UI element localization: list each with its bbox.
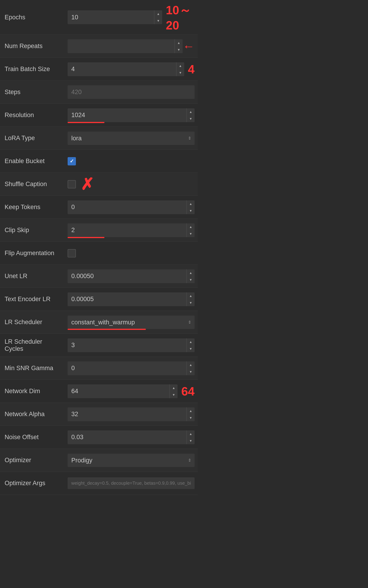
lr-scheduler-row: LR Scheduler constant_with_warmup ⇕ [0,311,198,334]
noise-offset-spinner[interactable]: ▲ ▼ [68,431,194,444]
min-snr-gamma-control: ▲ ▼ [64,359,198,377]
unet-lr-spinner-buttons: ▲ ▼ [186,269,194,283]
epochs-down[interactable]: ▼ [154,17,162,24]
lr-scheduler-underline [68,329,146,330]
resolution-control: ▲ ▼ [64,106,198,124]
resolution-input[interactable] [68,108,186,122]
keep-tokens-up[interactable]: ▲ [187,200,194,207]
lr-scheduler-label: LR Scheduler [0,315,64,330]
lr-scheduler-select[interactable]: constant_with_warmup [68,316,194,329]
shuffle-caption-checkbox[interactable] [68,180,76,188]
lr-scheduler-cycles-up[interactable]: ▲ [187,338,194,345]
train-batch-annotation: 4 [188,62,194,76]
unet-lr-spinner[interactable]: ▲ ▼ [68,269,194,283]
clip-skip-up[interactable]: ▲ [187,223,194,230]
network-alpha-row: Network Alpha ▲ ▼ [0,403,198,426]
train-batch-size-up[interactable]: ▲ [176,62,184,69]
train-batch-size-spinner[interactable]: ▲ ▼ [68,62,184,76]
network-alpha-down[interactable]: ▼ [187,414,194,421]
epochs-control: ▲ ▼ 10～20 [64,0,198,35]
network-alpha-spinner[interactable]: ▲ ▼ [68,407,194,421]
num-repeats-control: ▲ ▼ ← [64,37,198,55]
text-encoder-lr-control: ▲ ▼ [64,290,198,309]
enable-bucket-control: ✓ [64,155,198,168]
noise-offset-down[interactable]: ▼ [187,437,194,444]
train-batch-size-down[interactable]: ▼ [176,69,184,76]
shuffle-caption-label: Shuffle Caption [0,177,64,191]
optimizer-select[interactable]: Prodigy [68,454,194,467]
clip-skip-spinner[interactable]: ▲ ▼ [68,223,194,237]
lr-scheduler-cycles-label: LR Scheduler Cycles [0,334,64,356]
unet-lr-down[interactable]: ▼ [187,276,194,283]
lr-scheduler-cycles-spinner[interactable]: ▲ ▼ [68,338,194,352]
enable-bucket-row: Enable Bucket ✓ [0,150,198,173]
resolution-underline [68,122,104,123]
clip-skip-down[interactable]: ▼ [187,230,194,237]
network-alpha-control: ▲ ▼ [64,405,198,423]
network-dim-label: Network Dim [0,384,64,398]
text-encoder-lr-down[interactable]: ▼ [187,299,194,306]
network-alpha-up[interactable]: ▲ [187,407,194,414]
min-snr-gamma-spinner[interactable]: ▲ ▼ [68,361,194,375]
train-batch-size-input[interactable] [68,62,176,76]
unet-lr-up[interactable]: ▲ [187,269,194,276]
text-encoder-lr-spinner-buttons: ▲ ▼ [186,292,194,306]
flip-augmentation-checkbox[interactable] [68,249,76,257]
noise-offset-input[interactable] [68,431,186,444]
epochs-input[interactable] [68,10,154,24]
flip-augmentation-checkbox-wrap [68,249,76,257]
clip-skip-row: Clip Skip ▲ ▼ [0,219,198,242]
lr-scheduler-cycles-row: LR Scheduler Cycles ▲ ▼ [0,334,198,357]
resolution-spinner[interactable]: ▲ ▼ [68,108,194,122]
keep-tokens-spinner[interactable]: ▲ ▼ [68,200,194,214]
network-dim-spinner-buttons: ▲ ▼ [169,384,178,398]
epochs-row: Epochs ▲ ▼ 10～20 [0,0,198,35]
lr-scheduler-cycles-down[interactable]: ▼ [187,345,194,352]
resolution-spinner-buttons: ▲ ▼ [186,108,194,122]
num-repeats-input[interactable] [68,39,175,53]
num-repeats-spinner[interactable]: ▲ ▼ [68,39,183,53]
enable-bucket-checkmark: ✓ [70,158,74,164]
network-dim-up[interactable]: ▲ [170,384,178,391]
keep-tokens-input[interactable] [68,200,186,214]
min-snr-gamma-down[interactable]: ▼ [187,368,194,375]
enable-bucket-checkbox[interactable]: ✓ [68,157,76,165]
unet-lr-control: ▲ ▼ [64,267,198,285]
lr-scheduler-cycles-input[interactable] [68,338,186,352]
epochs-up[interactable]: ▲ [154,10,162,17]
lr-scheduler-cycles-spinner-buttons: ▲ ▼ [186,338,194,352]
num-repeats-down[interactable]: ▼ [175,46,183,53]
network-dim-input[interactable] [68,384,169,398]
clip-skip-input[interactable] [68,223,186,237]
resolution-up[interactable]: ▲ [187,108,194,115]
clip-skip-spinner-buttons: ▲ ▼ [186,223,194,237]
unet-lr-input[interactable] [68,269,186,283]
keep-tokens-down[interactable]: ▼ [187,207,194,214]
lora-type-select[interactable]: lora [68,132,194,145]
network-alpha-label: Network Alpha [0,407,64,422]
num-repeats-up[interactable]: ▲ [175,39,183,46]
text-encoder-lr-up[interactable]: ▲ [187,292,194,299]
network-dim-down[interactable]: ▼ [170,391,178,398]
min-snr-gamma-up[interactable]: ▲ [187,361,194,368]
flip-augmentation-label: Flip Augmentation [0,246,64,260]
lora-type-select-wrap: lora ⇕ [68,132,194,145]
min-snr-gamma-spinner-buttons: ▲ ▼ [186,361,194,375]
keep-tokens-spinner-buttons: ▲ ▼ [186,200,194,214]
epochs-spinner[interactable]: ▲ ▼ [68,10,162,24]
text-encoder-lr-input[interactable] [68,292,186,306]
network-dim-spinner[interactable]: ▲ ▼ [68,384,178,398]
train-batch-size-spinner-buttons: ▲ ▼ [176,62,184,76]
resolution-row: Resolution ▲ ▼ [0,104,198,127]
num-repeats-annotation: ← [183,39,194,53]
resolution-down[interactable]: ▼ [187,115,194,122]
network-alpha-input[interactable] [68,407,186,421]
enable-bucket-checkbox-wrap: ✓ [68,157,76,165]
shuffle-caption-cross: ✗ [81,176,94,192]
train-batch-size-control: ▲ ▼ 4 [64,60,198,78]
flip-augmentation-control [64,247,198,260]
min-snr-gamma-input[interactable] [68,361,186,375]
enable-bucket-label: Enable Bucket [0,154,64,168]
text-encoder-lr-spinner[interactable]: ▲ ▼ [68,292,194,306]
noise-offset-up[interactable]: ▲ [187,431,194,437]
